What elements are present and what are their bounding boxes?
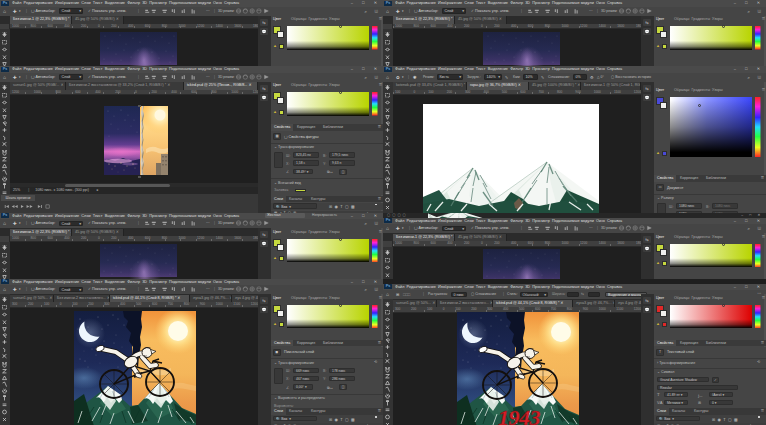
svg-text:1943: 1943 <box>498 405 541 425</box>
